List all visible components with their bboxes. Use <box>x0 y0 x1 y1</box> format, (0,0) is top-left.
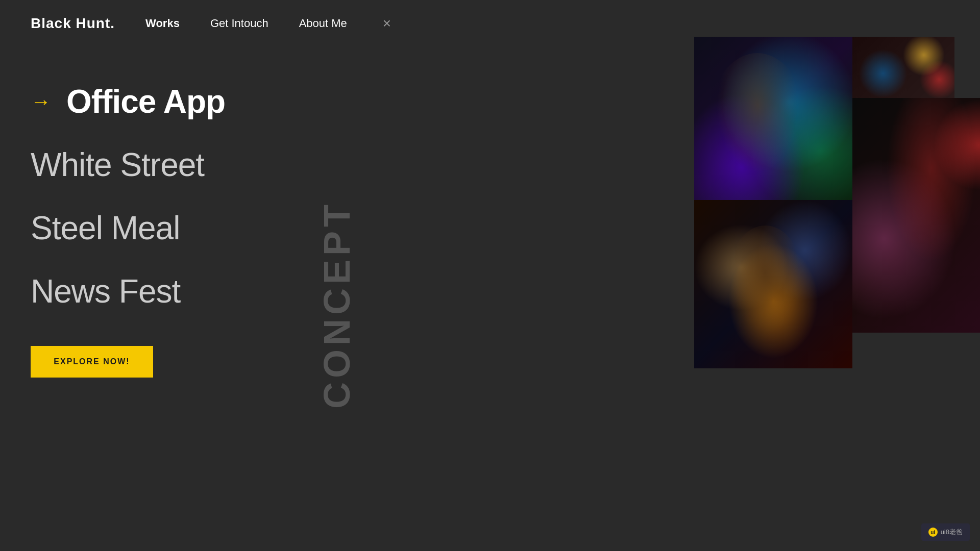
explore-now-button[interactable]: EXPLORE NOW! <box>31 346 153 378</box>
concept-area: CONCEPT <box>286 67 388 542</box>
menu-item-white-street[interactable]: White Street <box>31 146 286 184</box>
nav-link-about-me[interactable]: About Me <box>299 17 347 30</box>
menu-item-steel-meal[interactable]: Steel Meal <box>31 209 286 247</box>
nav-link-get-intouch[interactable]: Get Intouch <box>210 17 268 30</box>
nav-link-works[interactable]: Works <box>145 17 180 30</box>
photo-neon-girl <box>694 37 852 200</box>
menu-item-office-app[interactable]: → Office App <box>31 83 286 120</box>
menu-item-label-steel-meal: Steel Meal <box>31 209 180 247</box>
menu-item-label-office-app: Office App <box>66 83 225 120</box>
watermark-text: ui8老爸 <box>941 528 963 537</box>
active-arrow-icon: → <box>31 90 51 113</box>
photo-woman-looking-up <box>852 98 980 333</box>
menu-item-label-news-fest: News Fest <box>31 272 180 310</box>
brand-logo[interactable]: Black Hunt. <box>31 15 115 32</box>
close-icon[interactable]: × <box>383 15 391 32</box>
photo-lights-girl <box>694 200 852 368</box>
main-content: → Office App White Street Steel Meal New… <box>0 47 980 542</box>
watermark-icon: ui <box>928 528 938 537</box>
photo-bokeh-lights <box>852 37 954 98</box>
watermark: ui ui8老爸 <box>921 523 970 541</box>
concept-label: CONCEPT <box>316 201 358 409</box>
menu-list: → Office App White Street Steel Meal New… <box>31 67 286 542</box>
menu-item-news-fest[interactable]: News Fest <box>31 272 286 310</box>
photos-container <box>694 37 980 419</box>
menu-item-label-white-street: White Street <box>31 146 204 184</box>
